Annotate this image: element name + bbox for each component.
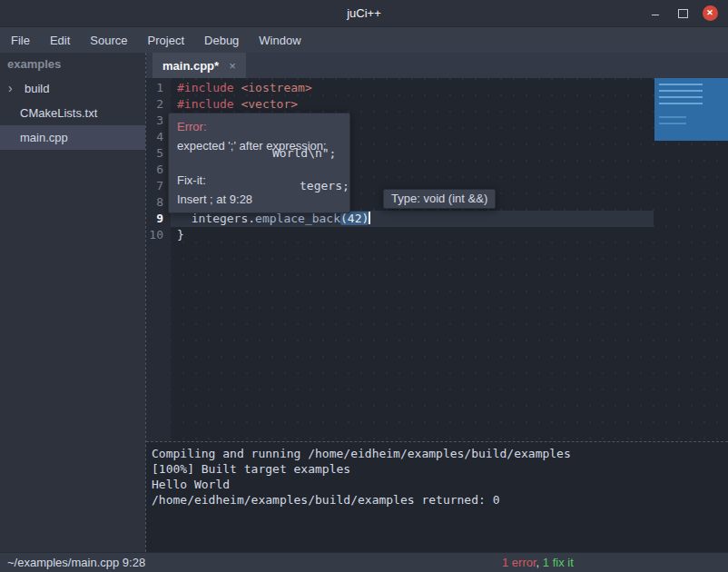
minimap-code-lines (659, 84, 703, 109)
menu-item-file[interactable]: File (11, 34, 30, 47)
code-fragment: tegers; (300, 178, 349, 194)
close-button[interactable]: ✕ (697, 0, 723, 26)
chevron-right-icon[interactable]: › (8, 76, 13, 101)
close-icon: ✕ (703, 5, 718, 21)
tree-item-label: build (25, 82, 49, 95)
diagnostic-title: Error: (177, 119, 341, 134)
code-line-2[interactable]: 2#include <vector> (146, 96, 654, 113)
code-token-header: <iostream> (241, 81, 311, 94)
code-token-directive: #include (177, 97, 241, 111)
type-tooltip: Type: void (int &&) (383, 189, 496, 209)
diagnostic-tooltip: Error: expected ';' after expression: Fi… (168, 113, 350, 213)
terminal-line: Hello World (152, 477, 728, 492)
line-number: 4 (146, 129, 171, 145)
titlebar[interactable]: juCi++ – ✕ (0, 0, 728, 27)
code-line-1[interactable]: 1#include <iostream> (146, 80, 654, 96)
file-tree-panel: examples › build CMakeLists.txt main.cpp (0, 53, 145, 552)
status-fixit-count: 1 fix it (543, 556, 574, 569)
terminal-line: Compiling and running /home/eidheim/exam… (152, 446, 728, 461)
status-error-count: 1 error (502, 556, 536, 569)
menu-item-debug[interactable]: Debug (204, 34, 239, 47)
line-number: 6 (146, 162, 171, 178)
terminal-panel[interactable]: Compiling and running /home/eidheim/exam… (146, 441, 728, 552)
sidebar-item-main-cpp[interactable]: main.cpp (0, 125, 145, 150)
sidebar-item-cmakelists-txt[interactable]: CMakeLists.txt (0, 101, 145, 125)
status-file-location: ~/examples/main.cpp 9:28 (7, 553, 145, 572)
type-tooltip-text: Type: void (int &&) (391, 192, 487, 205)
code-text: } (171, 227, 654, 243)
terminal-line: /home/eidheim/examples/build/examples re… (152, 492, 728, 508)
tab-label: main.cpp* (162, 59, 219, 73)
line-number: 2 (146, 96, 171, 113)
main-panel: main.cpp* × 1#include <iostream>2#includ… (145, 53, 728, 552)
juci-window: juCi++ – ✕ File Edit Source Project Debu… (0, 0, 728, 572)
code-fragment: World\n"; (272, 145, 336, 162)
code-line-10[interactable]: 10} (146, 227, 654, 243)
line-number: 8 (146, 194, 171, 211)
minimize-icon: – (652, 6, 659, 21)
tab-main-cpp[interactable]: main.cpp* × (152, 53, 246, 78)
menu-item-window[interactable]: Window (259, 34, 300, 47)
code-token-plain: integers. (177, 212, 255, 225)
statusbar: ~/examples/main.cpp 9:28 1 error, 1 fix … (0, 552, 728, 572)
text-cursor (369, 212, 370, 224)
code-token-bracket: (42) (340, 212, 369, 225)
code-token-header: <vector> (241, 97, 298, 111)
line-number: 7 (146, 178, 171, 194)
minimap-viewport[interactable] (654, 78, 728, 141)
tab-close-icon[interactable]: × (229, 59, 236, 73)
code-token-function: emplace_back (255, 212, 340, 225)
restore-button[interactable] (672, 0, 694, 26)
restore-icon (678, 9, 688, 18)
menu-item-source[interactable]: Source (90, 34, 127, 47)
code-token-plain: } (177, 228, 184, 242)
tree-item-label: CMakeLists.txt (20, 106, 97, 120)
project-name-header: examples (0, 53, 145, 76)
minimap-column (654, 78, 728, 441)
window-title: juCi++ (0, 0, 728, 26)
status-separator: , (536, 556, 543, 569)
menubar: File Edit Source Project Debug Window (0, 27, 728, 53)
menu-item-project[interactable]: Project (148, 34, 184, 47)
line-number: 5 (146, 145, 171, 162)
line-number: 9 (146, 211, 171, 227)
minimize-button[interactable]: – (644, 0, 666, 26)
sidebar-item-build[interactable]: › build (0, 76, 145, 101)
terminal-line: [100%] Built target examples (152, 461, 728, 477)
line-number: 10 (146, 227, 171, 243)
line-number: 3 (146, 113, 171, 129)
code-text: #include <iostream> (171, 80, 654, 96)
line-number: 1 (146, 80, 171, 96)
status-diagnostics: 1 error, 1 fix it (502, 553, 574, 572)
minimap-code-lines-2 (659, 116, 686, 127)
code-editor[interactable]: 1#include <iostream>2#include <vector>34… (146, 78, 728, 441)
tabstrip: main.cpp* × (146, 53, 728, 78)
code-token-directive: #include (177, 81, 241, 94)
menu-item-edit[interactable]: Edit (50, 34, 70, 47)
code-text: #include <vector> (171, 96, 654, 113)
tree-item-label: main.cpp (20, 131, 68, 144)
